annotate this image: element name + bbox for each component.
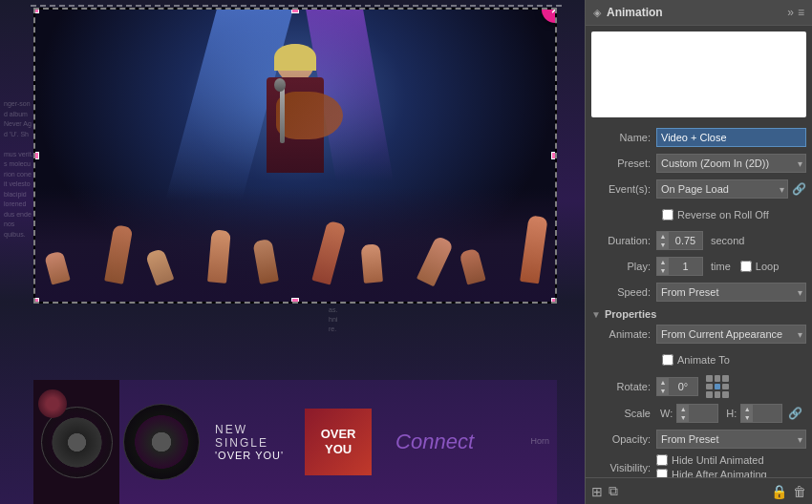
- scale-link-icon[interactable]: 🔗: [788, 407, 802, 420]
- scale-w-down[interactable]: ▼: [677, 413, 689, 422]
- video-content: [35, 10, 555, 302]
- duration-up[interactable]: ▲: [657, 232, 669, 241]
- hide-until-label: Hide Until Animated: [656, 454, 767, 466]
- footer-icons-right: 🔒 🗑: [771, 484, 806, 499]
- events-row: Event(s): On Page Load 🔗: [591, 178, 806, 200]
- rotation-grid[interactable]: [706, 375, 729, 398]
- single-label: SINGLE: [215, 436, 284, 450]
- over-you-box: OVERYOU: [305, 409, 372, 475]
- animate-to-checkbox[interactable]: [662, 354, 673, 366]
- footer-add-icon[interactable]: ⊞: [591, 484, 603, 499]
- menu-icon[interactable]: ≡: [798, 6, 804, 19]
- panel-title: Animation: [607, 6, 663, 19]
- scale-w-input[interactable]: [689, 408, 717, 419]
- opacity-row: Opacity: From Preset: [591, 429, 806, 450]
- handle-mr[interactable]: [551, 152, 557, 159]
- properties-collapse[interactable]: ▼: [591, 309, 601, 320]
- animation-icon: ◈: [593, 7, 601, 19]
- play-down[interactable]: ▼: [657, 266, 669, 275]
- rotate-input[interactable]: [669, 381, 697, 392]
- hide-until-checkbox[interactable]: [656, 454, 668, 466]
- scale-h-arrows: ▲ ▼: [741, 405, 753, 422]
- reverse-checkbox[interactable]: [662, 209, 673, 220]
- footer-icons-left: ⊞ ⧉: [591, 483, 618, 499]
- grid-dot-1: [706, 375, 713, 382]
- scale-h-up[interactable]: ▲: [741, 405, 753, 413]
- rotate-up[interactable]: ▲: [657, 378, 669, 387]
- play-unit: time: [711, 261, 731, 272]
- rotate-arrows: ▲ ▼: [657, 378, 669, 395]
- scale-w-spinner: ▲ ▼: [676, 404, 718, 423]
- play-input[interactable]: [669, 261, 702, 272]
- selection-top-border: [31, 5, 562, 9]
- grid-dot-2: [715, 375, 721, 382]
- visibility-options: Hide Until Animated Hide After Animating: [656, 454, 767, 477]
- duration-down[interactable]: ▼: [657, 241, 669, 249]
- opacity-select[interactable]: From Preset: [656, 430, 806, 449]
- canvas-area: nger-sond albumNever Agd 'U'. Shmus veri…: [0, 0, 585, 504]
- grid-dot-5: [715, 384, 721, 390]
- scale-h-label: H:: [726, 408, 737, 419]
- footer-delete-icon[interactable]: 🗑: [793, 484, 806, 499]
- hide-until-text: Hide Until Animated: [672, 454, 764, 466]
- properties-label: Properties: [605, 308, 656, 320]
- scale-h-down[interactable]: ▼: [741, 413, 753, 422]
- speed-select[interactable]: From Preset: [656, 283, 806, 302]
- animation-preview: [591, 32, 806, 117]
- footer-duplicate-icon[interactable]: ⧉: [609, 483, 618, 499]
- speed-label: Speed:: [591, 286, 656, 298]
- hide-after-checkbox[interactable]: [656, 469, 668, 477]
- preset-label: Preset:: [591, 158, 656, 169]
- grid-dot-9: [722, 391, 729, 398]
- event-link-icon[interactable]: 🔗: [792, 182, 806, 196]
- scale-w-up[interactable]: ▲: [677, 405, 689, 413]
- over-you-quote: 'OVER YOU': [215, 450, 284, 461]
- handle-bl[interactable]: [33, 298, 39, 304]
- footer-lock-icon[interactable]: 🔒: [771, 484, 787, 499]
- new-label: NEW: [215, 423, 284, 436]
- animate-row: Animate: From Current Appearance: [591, 324, 806, 345]
- rotate-down[interactable]: ▼: [657, 387, 669, 395]
- duration-spinner: ▲ ▼: [656, 231, 703, 250]
- panel-header: ◈ Animation » ≡: [586, 0, 812, 26]
- hide-after-label: Hide After Animating: [656, 469, 767, 477]
- duration-unit: second: [711, 235, 744, 246]
- handle-bc[interactable]: [291, 298, 299, 304]
- play-up[interactable]: ▲: [657, 258, 669, 266]
- animate-select-wrapper: From Current Appearance: [656, 325, 806, 344]
- grid-dot-3: [722, 375, 729, 382]
- scale-group: W: ▲ ▼ H: ▲ ▼ 🔗: [656, 404, 802, 423]
- visibility-label: Visibility:: [591, 462, 656, 473]
- scale-row: Scale W: ▲ ▼ H: ▲ ▼: [591, 403, 806, 424]
- event-row-content: On Page Load 🔗: [656, 179, 806, 199]
- play-row: Play: ▲ ▼ time Loop: [591, 256, 806, 277]
- video-frame: ×: [33, 8, 557, 304]
- name-input[interactable]: [656, 128, 806, 147]
- play-spinner: ▲ ▼: [656, 257, 703, 276]
- animate-select[interactable]: From Current Appearance: [656, 325, 806, 344]
- hide-after-text: Hide After Animating: [672, 469, 767, 477]
- rotate-spinner: ▲ ▼: [656, 377, 698, 396]
- play-label: Play:: [591, 261, 656, 272]
- expand-icon[interactable]: »: [787, 6, 794, 19]
- preset-row: Preset: Custom (Zoom In (2D)): [591, 153, 806, 174]
- rotate-label: Rotate:: [591, 381, 656, 392]
- scale-h-input[interactable]: [753, 408, 781, 419]
- opacity-label: Opacity:: [591, 433, 656, 445]
- duration-arrows: ▲ ▼: [657, 232, 669, 249]
- event-select[interactable]: On Page Load: [656, 179, 788, 199]
- preset-select[interactable]: Custom (Zoom In (2D)): [656, 154, 806, 173]
- handle-ml[interactable]: [33, 152, 39, 159]
- audience-hands: [35, 206, 555, 283]
- duration-group: ▲ ▼ second: [656, 231, 744, 250]
- loop-checkbox[interactable]: [740, 261, 752, 272]
- handle-br[interactable]: [551, 298, 557, 304]
- animate-label: Animate:: [591, 328, 656, 340]
- duration-input[interactable]: [669, 235, 702, 246]
- duration-label: Duration:: [591, 235, 656, 246]
- opacity-select-wrapper: From Preset: [656, 430, 806, 449]
- bottom-banner: NEW SINGLE 'OVER YOU' OVERYOU Connect Ho…: [33, 380, 557, 504]
- play-group: ▲ ▼ time Loop: [656, 257, 779, 276]
- rotate-row: Rotate: ▲ ▼: [591, 375, 806, 398]
- horn-text: Horn: [530, 435, 557, 449]
